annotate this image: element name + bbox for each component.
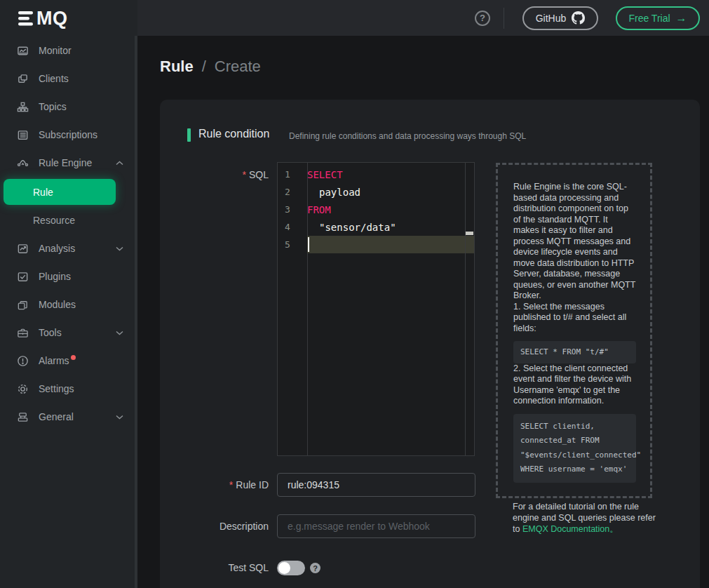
sidebar-menu: Monitor Clients Topics [0,36,137,431]
analysis-icon [17,243,29,255]
text-cursor [308,237,309,252]
topbar-divider [504,8,504,29]
rule-id-input[interactable] [277,473,475,497]
sidebar-item-label: General [39,411,74,422]
help-step-1: 1. Select the messages published to t/# … [513,302,636,335]
sidebar-item-modules[interactable]: Modules [0,290,137,319]
help-icon[interactable]: ? [475,11,490,26]
description-label: Description [160,514,269,538]
sidebar-item-label: Clients [39,73,69,84]
sidebar-item-label: Tools [39,327,62,338]
sidebar-item-rule-engine[interactable]: Rule Engine [0,149,137,177]
sidebar-item-rule[interactable]: Rule [4,179,116,205]
sidebar-item-label: Rule [33,187,53,198]
chevron-up-icon [116,161,123,166]
rule-id-label: *Rule ID [160,473,269,497]
sidebar-item-general[interactable]: General [0,403,137,431]
free-trial-label: Free Trial [628,13,670,24]
chevron-down-icon [116,415,123,420]
emq-logo-bars-icon [18,9,34,28]
help-step-2: 2. Select the client connected event and… [513,363,636,407]
sql-line: 1 SELECT [278,166,465,183]
sidebar-item-label: Topics [39,101,67,112]
sidebar-item-subscriptions[interactable]: Subscriptions [0,121,137,149]
github-label: GitHub [536,13,567,24]
logo-text: MQ [36,8,68,29]
help-footer: For a detailed tutorial on the rule engi… [513,501,656,535]
general-icon [17,411,29,423]
github-icon [572,11,585,25]
clients-icon [17,73,29,85]
sidebar-item-label: Settings [39,383,74,394]
arrow-right-icon: → [676,12,687,25]
test-sql-label: Test SQL [160,557,269,578]
emqx-logo[interactable]: MQ [0,0,137,36]
sidebar-item-label: Analysis [39,243,75,254]
main-content: Rule / Create Rule condition Defining ru… [137,36,709,588]
breadcrumb-current: Create [215,58,261,76]
help-code-example-1: SELECT * FROM "t/#" [513,341,636,363]
plugins-icon [17,271,29,283]
sidebar-item-resource[interactable]: Resource [0,206,137,234]
topics-icon [17,101,29,113]
topbar: ? GitHub Free Trial → [137,0,709,36]
test-sql-help-icon[interactable]: ? [310,563,320,573]
sidebar-item-label: Monitor [39,45,72,56]
test-sql-toggle[interactable] [277,561,305,575]
free-trial-button[interactable]: Free Trial → [616,6,700,30]
section-accent-bar [187,128,191,142]
modules-icon [17,299,29,311]
rule-engine-help-panel: Rule Engine is the core SQL-based data p… [496,163,652,498]
breadcrumb-separator: / [202,58,206,76]
sidebar-item-label: Subscriptions [39,129,97,140]
alarm-badge [71,355,76,360]
sql-line: 3 FROM [278,201,465,218]
alarms-icon [17,355,29,367]
sidebar-scrollbar[interactable] [135,36,137,588]
subscriptions-icon [17,129,29,141]
sidebar-item-label: Modules [39,299,76,310]
sidebar-item-analysis[interactable]: Analysis [0,234,137,262]
toggle-knob [278,562,290,574]
chevron-down-icon [116,330,123,335]
breadcrumb: Rule / Create [160,58,261,76]
help-code-example-2: SELECT clientid, connected_at FROM "$eve… [513,414,636,483]
sidebar-item-tools[interactable]: Tools [0,319,137,347]
sidebar-item-label: Resource [33,215,75,226]
sidebar: MQ Monitor Clients [0,0,137,588]
sql-line: 2 payload [278,183,465,201]
emqx-documentation-link[interactable]: EMQX Documentation [522,524,609,534]
sidebar-item-label: Plugins [39,271,71,282]
sidebar-item-settings[interactable]: Settings [0,375,137,403]
rule-engine-icon [17,157,29,169]
sidebar-item-clients[interactable]: Clients [0,65,137,93]
section-title: Rule condition [198,128,269,140]
sidebar-item-topics[interactable]: Topics [0,93,137,121]
sql-label: *SQL [160,169,269,180]
sidebar-item-label: Rule Engine [39,157,92,168]
gear-icon [17,383,29,395]
sidebar-item-monitor[interactable]: Monitor [0,36,137,65]
rule-create-card: Rule condition Defining rule conditions … [160,100,700,588]
github-button[interactable]: GitHub [522,6,598,30]
sidebar-item-label: Alarms [39,355,69,366]
sidebar-item-alarms[interactable]: Alarms [0,347,137,375]
tools-icon [17,327,29,339]
section-subtitle: Defining rule conditions and data proces… [289,131,526,141]
sql-line-active: 5 [278,236,465,253]
breadcrumb-rule[interactable]: Rule [160,58,194,76]
sidebar-item-plugins[interactable]: Plugins [0,262,137,290]
help-intro: Rule Engine is the core SQL-based data p… [513,182,636,302]
editor-scrollbar[interactable] [465,163,474,455]
description-input[interactable] [277,514,475,538]
monitor-icon [17,45,29,57]
sql-line: 4 "sensor/data" [278,218,465,236]
editor-scrollbar-thumb[interactable] [466,232,473,235]
sql-code-editor[interactable]: 1 SELECT 2 payload 3 FROM 4 "sensor/data… [277,162,475,456]
active-line-highlight [307,236,474,253]
chevron-down-icon [116,246,123,251]
editor-lines: 1 SELECT 2 payload 3 FROM 4 "sensor/data… [278,166,465,253]
